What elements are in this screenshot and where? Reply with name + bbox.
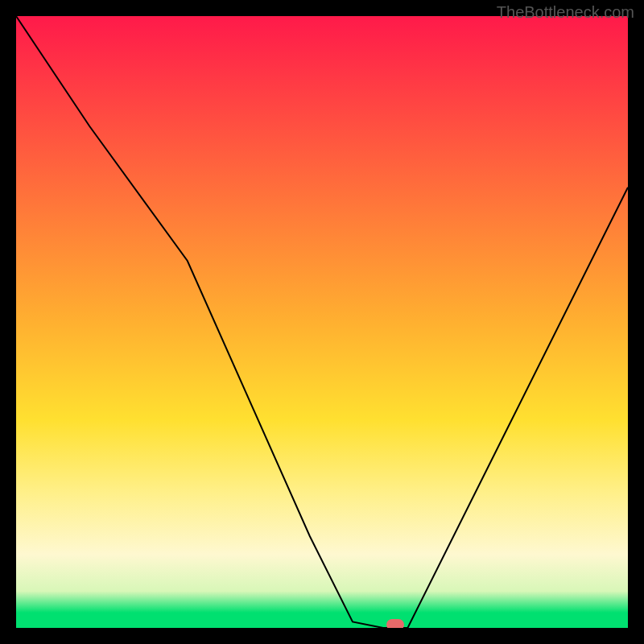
watermark-text: TheBottleneck.com — [497, 3, 634, 22]
svg-rect-0 — [16, 16, 628, 628]
gradient-background — [16, 16, 628, 628]
min-marker — [386, 619, 404, 628]
plot-area — [16, 16, 628, 628]
